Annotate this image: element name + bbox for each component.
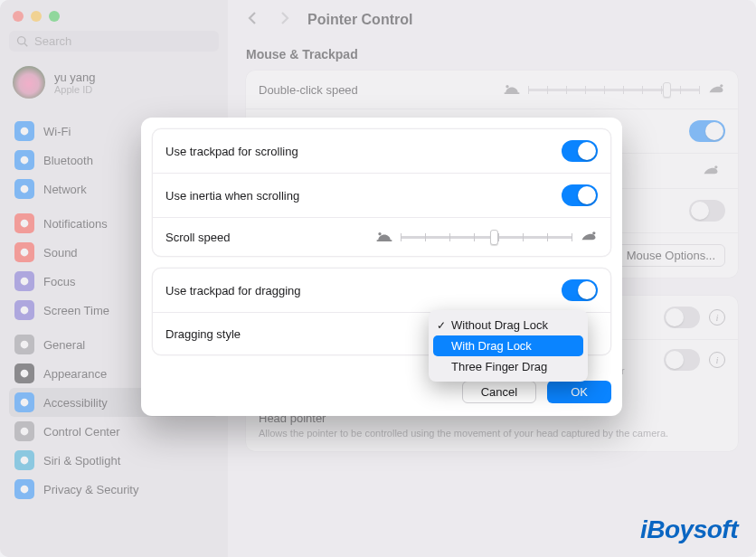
modal-buttons: Cancel OK [152,381,611,403]
menu-item-three-finger-drag[interactable]: Three Finger Drag [433,356,583,377]
ok-button[interactable]: OK [547,381,611,403]
menu-item-label: Without Drag Lock [451,318,548,332]
row-scroll-speed: Scroll speed [153,218,610,256]
dragging-style-menu: ✓ Without Drag Lock With Drag Lock Three… [429,310,588,382]
menu-item-without-drag-lock[interactable]: ✓ Without Drag Lock [433,315,583,335]
row-use-inertia: Use inertia when scrolling [153,174,610,218]
check-icon: ✓ [437,319,446,332]
menu-item-label: With Drag Lock [451,339,532,353]
row-use-trackpad-dragging: Use trackpad for dragging [153,269,610,313]
row-label: Dragging style [165,327,241,341]
row-label: Use inertia when scrolling [165,189,299,203]
cancel-button[interactable]: Cancel [462,381,536,403]
row-label: Use trackpad for scrolling [165,145,298,158]
scroll-speed-slider[interactable] [401,229,572,245]
row-label: Use trackpad for dragging [165,284,301,297]
menu-item-with-drag-lock[interactable]: With Drag Lock [433,335,583,356]
row-use-trackpad-scrolling: Use trackpad for scrolling [153,129,610,174]
scroll-speed-slider-group [375,229,598,245]
row-label: Scroll speed [165,231,231,244]
menu-item-label: Three Finger Drag [451,360,547,373]
toggle-trackpad-scrolling[interactable] [562,140,598,162]
tortoise-icon [375,231,393,243]
toggle-trackpad-dragging[interactable] [562,279,598,301]
toggle-inertia-scrolling[interactable] [562,184,598,206]
settings-window: Search yu yang Apple ID Wi-FiBluetoothNe… [0,0,756,557]
hare-icon [580,231,598,243]
modal-scroll-card: Use trackpad for scrolling Use inertia w… [152,128,611,257]
